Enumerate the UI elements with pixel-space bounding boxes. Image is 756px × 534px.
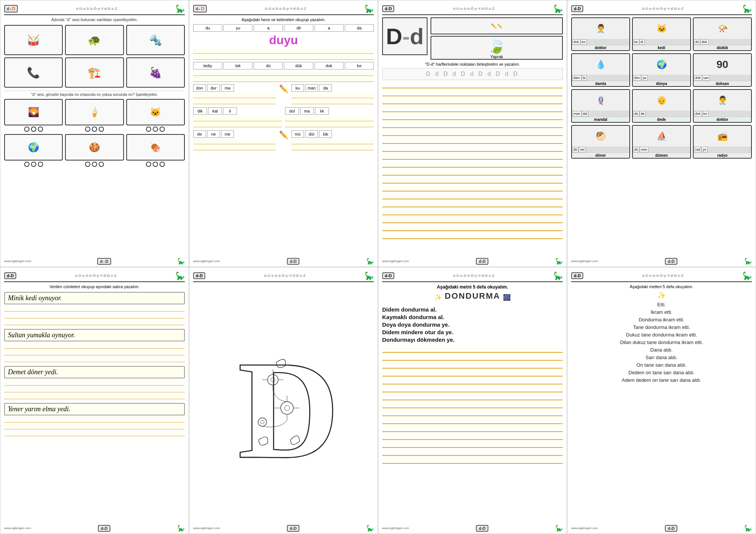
- line-3[interactable]: [382, 97, 563, 104]
- write-line-15[interactable]: [291, 139, 374, 144]
- p7-line-4[interactable]: [382, 370, 563, 377]
- radio-4[interactable]: [85, 127, 90, 132]
- radio-18[interactable]: [160, 162, 165, 167]
- p7-line-9[interactable]: [382, 409, 563, 416]
- write-line-1[interactable]: [193, 48, 374, 54]
- sen-line-4c[interactable]: [4, 430, 185, 436]
- line-17[interactable]: [382, 208, 563, 215]
- reading-line-9: On tane sarı dana aldı.: [571, 362, 752, 368]
- p7-line-14[interactable]: [382, 449, 563, 456]
- radio-11[interactable]: [31, 162, 36, 167]
- sen-line-1a[interactable]: [4, 306, 185, 312]
- star-decoration: ✨: [571, 291, 752, 299]
- sen-line-1b[interactable]: [4, 312, 185, 318]
- write-line-9[interactable]: [193, 116, 282, 121]
- radio-5[interactable]: [92, 127, 97, 132]
- mascot-icon: 🦕: [175, 271, 185, 280]
- radio-13[interactable]: [85, 162, 90, 167]
- p7-line-8[interactable]: [382, 401, 563, 408]
- sen-line-1c[interactable]: [4, 319, 185, 325]
- sentence-block-4: Yener yarım elma yedi.: [4, 403, 185, 436]
- line-20[interactable]: [382, 232, 563, 239]
- radio-1[interactable]: [24, 127, 29, 132]
- vocab-grid-3: 🪢 man dal mandal 👴 de de dede 👨‍⚕️ dok t…: [571, 89, 752, 123]
- p7-line-7[interactable]: [382, 394, 563, 400]
- line-11[interactable]: [382, 161, 563, 168]
- sen-line-3b[interactable]: [4, 386, 185, 392]
- radio-16[interactable]: [146, 162, 151, 167]
- radio-7[interactable]: [146, 127, 151, 132]
- write-line-13[interactable]: [193, 139, 276, 144]
- syl-dok: dok: [314, 62, 344, 69]
- radio-17[interactable]: [153, 162, 158, 167]
- vocab-kedi: 🐱 ke di kedi: [632, 17, 691, 51]
- line-10[interactable]: [382, 153, 563, 160]
- radio-8[interactable]: [153, 127, 158, 132]
- syl-ma2: ma: [300, 107, 314, 115]
- p7-line-1[interactable]: [382, 346, 563, 353]
- line-1[interactable]: [382, 82, 563, 88]
- vocab-syls-radyo: rad yo: [694, 147, 751, 153]
- p7-line-3[interactable]: [382, 362, 563, 369]
- p7-line-11[interactable]: [382, 425, 563, 432]
- p7-line-15[interactable]: [382, 457, 563, 464]
- syllable-row-2: lediy lek dü dük dok tor: [193, 62, 374, 69]
- line-4[interactable]: [382, 105, 563, 112]
- radio-12[interactable]: [38, 162, 43, 167]
- syl-man: man: [305, 84, 318, 92]
- write-line-3[interactable]: [193, 71, 374, 76]
- vocab-img-dumen: ⛵: [633, 126, 690, 147]
- image-cell-5: 🍪: [65, 134, 124, 167]
- line-13[interactable]: [382, 177, 563, 184]
- write-line-4[interactable]: [193, 77, 374, 82]
- radio-6[interactable]: [99, 127, 104, 132]
- write-line-5[interactable]: [193, 93, 276, 98]
- sen-line-2c[interactable]: [4, 356, 185, 362]
- p7-line-2[interactable]: [382, 354, 563, 361]
- radio-14[interactable]: [92, 162, 97, 167]
- write-lines-s3: [4, 380, 185, 399]
- write-line-16[interactable]: [291, 145, 374, 150]
- sentence-1: Minik kedi oynuyor.: [4, 292, 185, 304]
- write-line-12[interactable]: [285, 122, 374, 127]
- write-line-11[interactable]: [285, 116, 374, 121]
- p7-line-10[interactable]: [382, 417, 563, 424]
- p7-line-6[interactable]: [382, 386, 563, 392]
- line-9[interactable]: [382, 145, 563, 152]
- line-12[interactable]: [382, 169, 563, 176]
- sen-line-4b[interactable]: [4, 423, 185, 429]
- write-line-10[interactable]: [193, 122, 282, 127]
- line-5[interactable]: [382, 113, 563, 120]
- sen-line-3c[interactable]: [4, 393, 185, 399]
- radio-10[interactable]: [24, 162, 29, 167]
- line-18[interactable]: [382, 216, 563, 223]
- line-2[interactable]: [382, 90, 563, 96]
- sen-line-2b[interactable]: [4, 349, 185, 355]
- write-line-8[interactable]: [291, 99, 374, 104]
- write-line-14[interactable]: [193, 145, 276, 150]
- line-16[interactable]: [382, 201, 563, 207]
- line-19[interactable]: [382, 224, 563, 231]
- line-7[interactable]: [382, 129, 563, 136]
- write-line-2[interactable]: [193, 54, 374, 60]
- row4-with-pencil: dik kat li dol ma lık: [193, 107, 374, 128]
- line-6[interactable]: [382, 121, 563, 128]
- p7-line-5[interactable]: [382, 378, 563, 384]
- sen-line-4a[interactable]: [4, 417, 185, 423]
- p7-line-12[interactable]: [382, 433, 563, 440]
- p7-line-13[interactable]: [382, 441, 563, 448]
- vocab-word-kedi: kedi: [633, 45, 690, 50]
- line-14[interactable]: [382, 185, 563, 191]
- sen-line-2a[interactable]: [4, 343, 185, 349]
- line-15[interactable]: [382, 193, 563, 199]
- radio-9[interactable]: [160, 127, 165, 132]
- syl-a1: a: [254, 24, 283, 32]
- radio-3[interactable]: [38, 127, 43, 132]
- radio-2[interactable]: [31, 127, 36, 132]
- line-8[interactable]: [382, 137, 563, 144]
- image-grapes: 🍇: [126, 57, 185, 88]
- sen-line-3a[interactable]: [4, 380, 185, 386]
- write-line-6[interactable]: [193, 99, 276, 104]
- radio-15[interactable]: [99, 162, 104, 167]
- write-line-7[interactable]: [291, 93, 374, 98]
